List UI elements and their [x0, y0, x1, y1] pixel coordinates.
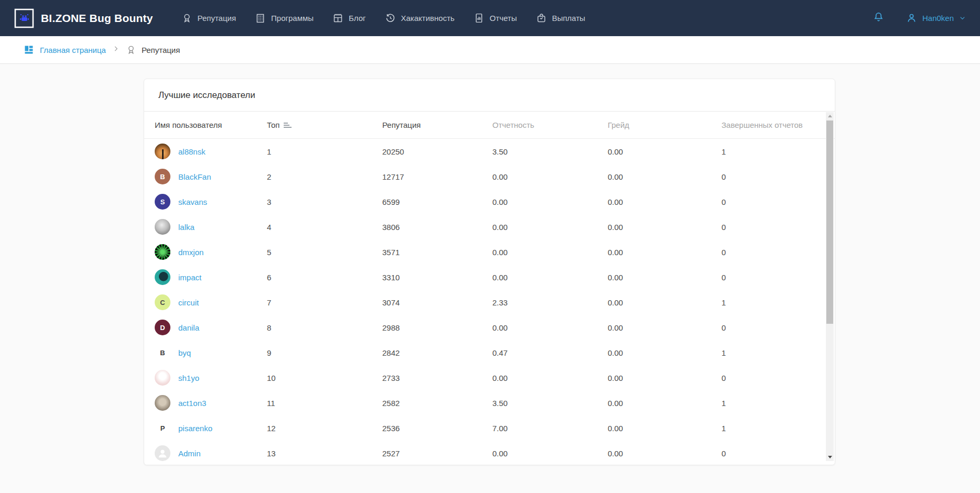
user-menu[interactable]: Han0ken — [906, 12, 966, 24]
nav-item-reputation[interactable]: Репутация — [172, 0, 245, 36]
bizone-logo-icon — [14, 8, 35, 29]
avatar — [155, 370, 170, 386]
table-row: act1on3 11 2582 3.50 0.00 1 — [144, 390, 835, 415]
table-header-row: Имя пользователя Топ Репутация Отчетност… — [144, 112, 835, 139]
brand-title: BI.ZONE Bug Bounty — [41, 12, 153, 25]
reputation-cell: 3074 — [382, 298, 492, 307]
navbar-right: Han0ken — [873, 11, 966, 25]
completed-cell: 0 — [721, 223, 825, 232]
header-top[interactable]: Топ — [267, 120, 382, 129]
user-cell: B byq — [155, 345, 267, 360]
scroll-down-arrow[interactable] — [826, 453, 834, 461]
user-link[interactable]: danila — [178, 323, 199, 332]
breadcrumb-home-link[interactable]: Главная страница — [24, 45, 106, 55]
user-link[interactable]: skavans — [178, 198, 207, 206]
reputation-cell: 2733 — [382, 374, 492, 382]
user-link[interactable]: sh1yo — [178, 374, 199, 382]
user-cell: Admin — [155, 445, 267, 461]
reputation-cell: 12717 — [382, 172, 492, 181]
nav-item-programs[interactable]: Программы — [245, 0, 323, 36]
user-link[interactable]: act1on3 — [178, 399, 206, 408]
reports-icon — [473, 13, 484, 24]
table-row: al88nsk 1 20250 3.50 0.00 1 — [144, 139, 835, 164]
grade-cell: 0.00 — [608, 248, 721, 257]
rank-cell: 4 — [267, 223, 382, 232]
header-username[interactable]: Имя пользователя — [155, 120, 267, 129]
chevron-down-icon — [959, 14, 966, 22]
grade-cell: 0.00 — [608, 298, 721, 307]
rank-cell: 8 — [267, 323, 382, 332]
reputation-cell: 6599 — [382, 198, 492, 206]
grade-cell: 0.00 — [608, 374, 721, 382]
user-link[interactable]: byq — [178, 348, 191, 357]
breadcrumb-current-label: Репутация — [142, 46, 180, 54]
header-reporting[interactable]: Отчетность — [492, 120, 608, 129]
rank-cell: 11 — [267, 399, 382, 408]
card-title: Лучшие исследователи — [144, 79, 835, 112]
completed-cell: 1 — [721, 298, 825, 307]
bell-icon — [873, 11, 885, 23]
page-content: Лучшие исследователи Имя пользователя То… — [0, 64, 980, 465]
reporting-cell: 0.00 — [492, 248, 608, 257]
chevron-right-icon — [112, 45, 120, 52]
header-reputation[interactable]: Репутация — [382, 120, 492, 129]
reporting-cell: 2.33 — [492, 298, 608, 307]
table-scrollbar[interactable] — [826, 112, 834, 461]
user-link[interactable]: al88nsk — [178, 147, 206, 156]
reputation-cell: 2582 — [382, 399, 492, 408]
completed-cell: 0 — [721, 273, 825, 282]
completed-cell: 1 — [721, 399, 825, 408]
user-link[interactable]: Admin — [178, 449, 201, 458]
top-navbar: BI.ZONE Bug Bounty Репутация Программы Б… — [0, 0, 980, 36]
reputation-cell: 3310 — [382, 273, 492, 282]
rank-cell: 7 — [267, 298, 382, 307]
reporting-cell: 0.00 — [492, 198, 608, 206]
medal-icon — [126, 45, 136, 55]
user-cell: act1on3 — [155, 395, 267, 411]
user-link[interactable]: circuit — [178, 298, 199, 307]
brand[interactable]: BI.ZONE Bug Bounty — [14, 8, 153, 29]
reputation-cell: 2988 — [382, 323, 492, 332]
user-link[interactable]: BlackFan — [178, 172, 211, 181]
reporting-cell: 0.00 — [492, 223, 608, 232]
rank-cell: 10 — [267, 374, 382, 382]
avatar — [155, 244, 170, 260]
completed-cell: 0 — [721, 374, 825, 382]
avatar — [155, 219, 170, 235]
user-link[interactable]: dmxjon — [178, 248, 203, 257]
grade-cell: 0.00 — [608, 273, 721, 282]
user-link[interactable]: impact — [178, 273, 201, 282]
nav-item-blog[interactable]: Блог — [323, 0, 375, 36]
sort-icon[interactable] — [284, 123, 292, 128]
medal-icon — [181, 13, 192, 24]
reporting-cell: 0.00 — [492, 449, 608, 458]
header-grade[interactable]: Грейд — [608, 120, 721, 129]
reputation-cell: 2527 — [382, 449, 492, 458]
avatar: D — [155, 320, 170, 335]
reporting-cell: 0.47 — [492, 348, 608, 357]
payouts-icon — [536, 13, 547, 24]
notifications-button[interactable] — [873, 11, 885, 25]
nav-item-label: Репутация — [198, 14, 236, 23]
header-completed-reports[interactable]: Завершенных отчетов — [721, 120, 825, 129]
nav-item-label: Хакактивность — [401, 14, 455, 23]
completed-cell: 1 — [721, 147, 825, 156]
user-link[interactable]: lalka — [178, 223, 195, 232]
nav-item-reports[interactable]: Отчеты — [464, 0, 526, 36]
nav-item-label: Отчеты — [490, 14, 517, 23]
avatar: B — [155, 169, 170, 184]
rank-cell: 12 — [267, 424, 382, 433]
scrollbar-thumb[interactable] — [826, 120, 833, 324]
table-row: P pisarenko 12 2536 7.00 0.00 1 — [144, 415, 835, 441]
history-icon — [385, 13, 396, 24]
user-link[interactable]: pisarenko — [178, 424, 212, 433]
rank-cell: 13 — [267, 449, 382, 458]
rank-cell: 1 — [267, 147, 382, 156]
top-researchers-card: Лучшие исследователи Имя пользователя То… — [144, 79, 835, 465]
table-row: B BlackFan 2 12717 0.00 0.00 0 — [144, 164, 835, 189]
nav-item-payouts[interactable]: Выплаты — [526, 0, 595, 36]
nav-item-hackactivity[interactable]: Хакактивность — [375, 0, 464, 36]
scroll-up-arrow[interactable] — [826, 112, 834, 120]
reporting-cell: 3.50 — [492, 399, 608, 408]
user-cell: lalka — [155, 219, 267, 235]
